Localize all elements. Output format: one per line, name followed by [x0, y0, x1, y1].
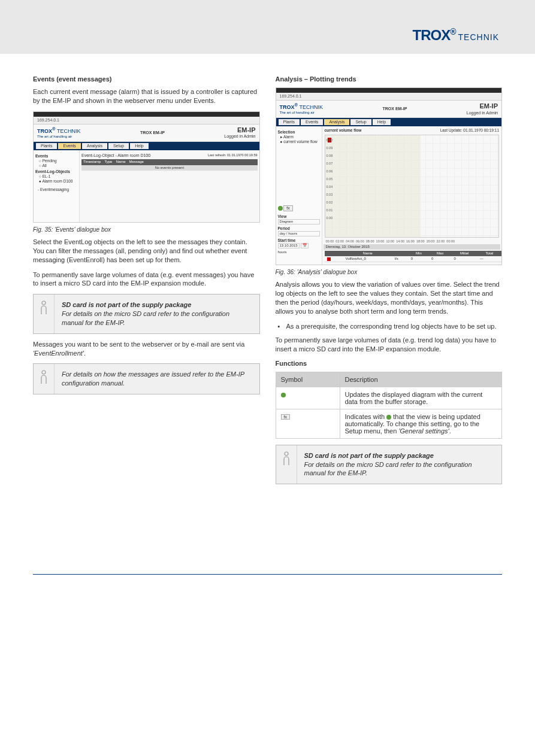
- fig35-caption: Fig. 35: 'Events' dialogue box: [33, 226, 260, 233]
- left-column: Events (event messages) Each current eve…: [33, 72, 260, 490]
- logo-reg: ®: [450, 27, 456, 37]
- col-symbol: Symbol: [276, 372, 340, 387]
- events-screenshot: 169.254.0.1 TROX® TECHNIK The art of han…: [33, 111, 260, 223]
- analysis-sidebar: Selection ▸ Alarm ● current volume flow …: [276, 126, 322, 265]
- ss-logo: TROX® TECHNIK The art of handling air: [280, 104, 324, 115]
- analysis-heading: Analysis – Plotting trends: [276, 75, 503, 83]
- functions-table: Symbol Description Updates the displayed…: [276, 372, 503, 439]
- analysis-para3: To permanently save large volumes of dat…: [276, 336, 503, 354]
- events-para2: Select the EventLog objects on the left …: [33, 238, 260, 265]
- functions-heading: Functions: [276, 360, 503, 367]
- tab-setup[interactable]: Setup: [350, 119, 371, 125]
- analysis-bullet: As a prerequisite, the corresponding tre…: [286, 322, 503, 331]
- analysis-screenshot: 169.254.0.1 TROX® TECHNIK The art of han…: [276, 87, 503, 265]
- note-sdcard-2: SD card is not part of the supply packag…: [276, 445, 503, 485]
- info-icon: [34, 364, 55, 394]
- ss-sidebar: Events ○ Pending ○ All Event-Log-Objects…: [34, 150, 80, 222]
- ss-logo: TROX® TECHNIK The art of handling air: [37, 128, 81, 139]
- info-icon: [34, 294, 55, 333]
- svg-point-1: [42, 371, 46, 374]
- note-sdcard-1: SD card is not part of the supply packag…: [33, 294, 260, 334]
- tab-analysis[interactable]: Analysis: [324, 119, 349, 125]
- tab-plants[interactable]: Plants: [279, 119, 300, 125]
- tab-help[interactable]: Help: [373, 119, 391, 125]
- no-events-row: No events present: [81, 165, 258, 171]
- svg-point-2: [285, 452, 288, 456]
- events-para4: Messages you want to be sent to the webs…: [33, 340, 260, 358]
- page-header: TROX® TECHNIK: [0, 0, 535, 54]
- fx-desc: Indicates with that the view is being up…: [340, 409, 502, 438]
- url-bar: 169.254.0.1: [276, 93, 502, 101]
- note-messaging: For details on how the messages are issu…: [33, 363, 260, 394]
- logo-sub: TECHNIK: [458, 32, 499, 42]
- footer-rule: [33, 574, 502, 575]
- tab-setup[interactable]: Setup: [108, 143, 129, 149]
- trend-chart: 0.100.090.080.070.060.050.040.030.020.01…: [325, 135, 500, 238]
- chart-data-table: Name Min Max Mittel Total VolflowAct_0 l: [325, 251, 502, 262]
- events-intro: Each current event message (alarm) that …: [33, 87, 260, 105]
- tab-analysis[interactable]: Analysis: [82, 143, 107, 149]
- tab-help[interactable]: Help: [130, 143, 148, 149]
- ss-tabs: Plants Events Analysis Setup Help: [34, 142, 259, 150]
- analysis-para1: Analysis allows you to view the variatio…: [276, 280, 503, 315]
- fx-icon: fx: [276, 409, 340, 438]
- fig36-caption: Fig. 36: 'Analysis' dialogue box: [276, 269, 503, 275]
- svg-point-0: [42, 301, 46, 305]
- tab-events[interactable]: Events: [58, 143, 80, 149]
- events-heading: Events (event messages): [33, 75, 260, 83]
- info-icon: [276, 445, 297, 484]
- ss-tabs: Plants Events Analysis Setup Help: [276, 118, 502, 126]
- refresh-icon: [276, 387, 340, 409]
- logo-brand: TROX: [412, 27, 450, 43]
- col-desc: Description: [340, 372, 502, 387]
- trox-logo: TROX® TECHNIK: [412, 27, 499, 44]
- refresh-desc: Updates the displayed diagram with the c…: [340, 387, 502, 409]
- tab-plants[interactable]: Plants: [36, 143, 57, 149]
- tab-events[interactable]: Events: [301, 119, 323, 125]
- events-para3: To permanently save large volumes of dat…: [33, 271, 260, 289]
- url-bar: 169.254.0.1: [34, 117, 259, 125]
- right-column: Analysis – Plotting trends 169.254.0.1 T…: [276, 72, 503, 490]
